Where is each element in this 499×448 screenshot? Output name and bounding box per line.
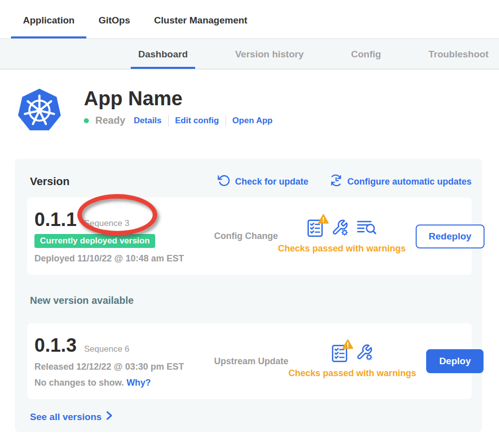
tab-dashboard-label: Dashboard — [138, 49, 188, 60]
wrench-gear-icon[interactable] — [331, 219, 348, 238]
details-link[interactable]: Details — [134, 116, 162, 126]
current-version-meta: 0.1.1 Sequence 3 Currently deployed vers… — [34, 209, 207, 264]
checks-status-text: Checks passed with warnings — [288, 368, 416, 379]
deployed-timestamp: Deployed 11/10/22 @ 10:48 am EST — [34, 253, 207, 264]
secondary-nav: Dashboard Version history Config Trouble… — [0, 38, 499, 69]
available-version-card: 0.1.3 Sequence 6 Released 12/12/22 @ 03:… — [27, 323, 472, 399]
redeploy-button[interactable]: Redeploy — [416, 224, 485, 248]
current-version-status-block: Checks passed with warnings — [278, 219, 406, 254]
view-logs-icon[interactable] — [357, 220, 377, 237]
version-panel-actions: Check for update Configure automatic upd… — [218, 174, 472, 190]
see-all-versions-link[interactable]: See all versions — [30, 410, 472, 424]
page-title: App Name — [84, 87, 272, 109]
version-panel-title: Version — [30, 175, 69, 188]
warning-triangle-icon — [318, 214, 329, 226]
preflight-checks-icon[interactable] — [307, 220, 323, 237]
tab-gitops-label: GitOps — [98, 15, 130, 26]
available-version-status-block: Checks passed with warnings — [288, 344, 416, 379]
check-for-update-link[interactable]: Check for update — [218, 174, 308, 190]
tab-application-label: Application — [23, 15, 74, 26]
app-header: App Name Ready Details Edit config Open … — [17, 87, 499, 133]
wrench-gear-icon[interactable] — [356, 344, 373, 363]
divider — [226, 115, 226, 126]
no-changes-text: No changes to show. — [34, 378, 124, 388]
see-all-versions-label: See all versions — [30, 412, 102, 423]
why-link[interactable]: Why? — [126, 378, 151, 388]
current-version-sequence: Sequence 3 — [84, 219, 130, 228]
refresh-icon — [218, 174, 231, 190]
chevron-right-icon — [105, 410, 113, 424]
deploy-button[interactable]: Deploy — [426, 349, 484, 373]
available-version-meta: 0.1.3 Sequence 6 Released 12/12/22 @ 03:… — [34, 335, 207, 388]
current-version-icons — [307, 219, 377, 238]
tab-version-history-label: Version history — [235, 49, 303, 60]
current-version-row: 0.1.1 Sequence 3 — [34, 209, 207, 230]
tab-dashboard[interactable]: Dashboard — [131, 39, 195, 69]
available-version-row: 0.1.3 Sequence 6 — [34, 335, 207, 356]
tab-troubleshoot[interactable]: Troubleshoot — [421, 39, 496, 69]
divider — [168, 115, 169, 126]
warning-triangle-icon — [342, 339, 353, 351]
check-for-update-label: Check for update — [235, 177, 308, 187]
version-panel-header: Version Check for update — [27, 174, 472, 190]
status-text: Ready — [95, 115, 125, 126]
checks-status-text: Checks passed with warnings — [278, 243, 406, 254]
open-app-link[interactable]: Open App — [233, 116, 273, 126]
tab-config-label: Config — [351, 49, 381, 60]
current-version-card: 0.1.1 Sequence 3 Currently deployed vers… — [27, 198, 472, 275]
currently-deployed-badge: Currently deployed version — [34, 234, 155, 248]
tab-cluster-management-label: Cluster Management — [154, 15, 248, 26]
tab-config[interactable]: Config — [344, 39, 389, 69]
tab-version-history[interactable]: Version history — [228, 39, 311, 69]
available-version-number: 0.1.3 — [34, 335, 77, 356]
clock-sync-icon — [329, 174, 343, 190]
available-version-icons — [332, 344, 373, 363]
current-version-number: 0.1.1 — [34, 209, 77, 230]
new-version-heading: New version available — [30, 295, 472, 306]
tab-application[interactable]: Application — [11, 0, 86, 38]
edit-config-link[interactable]: Edit config — [175, 116, 219, 126]
preflight-checks-icon[interactable] — [332, 345, 347, 362]
available-version-sequence: Sequence 6 — [84, 344, 130, 354]
available-version-type: Upstream Update — [214, 356, 288, 367]
configure-automatic-updates-label: Configure automatic updates — [347, 177, 472, 187]
status-dot-icon — [84, 118, 89, 123]
tab-gitops[interactable]: GitOps — [86, 0, 142, 38]
tab-cluster-management[interactable]: Cluster Management — [142, 0, 259, 38]
current-version-type: Config Change — [214, 231, 278, 241]
app-status-row: Ready Details Edit config Open App — [84, 115, 272, 126]
primary-nav: Application GitOps Cluster Management — [0, 0, 499, 38]
configure-automatic-updates-link[interactable]: Configure automatic updates — [329, 174, 472, 190]
version-panel: Version Check for update — [15, 159, 482, 432]
released-timestamp: Released 12/12/22 @ 03:30 pm EST — [34, 362, 207, 372]
tab-troubleshoot-label: Troubleshoot — [429, 49, 489, 60]
app-header-text: App Name Ready Details Edit config Open … — [84, 87, 272, 133]
no-changes-line: No changes to show. Why? — [34, 378, 207, 388]
kubernetes-logo-icon — [17, 87, 61, 133]
